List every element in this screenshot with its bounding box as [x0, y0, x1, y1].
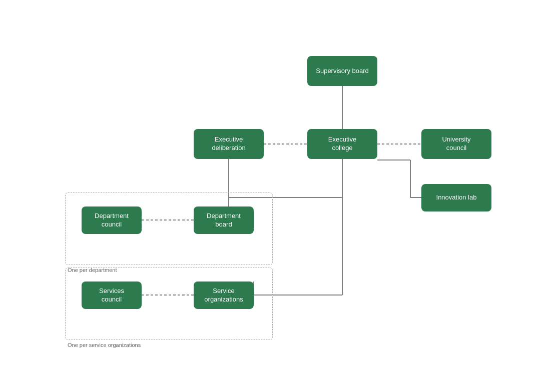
supervisory-board-node: Supervisory board	[307, 56, 377, 86]
department-board-node: Departmentboard	[194, 206, 254, 234]
executive-deliberation-node: Executivedeliberation	[194, 129, 264, 159]
innovation-lab-node: Innovation lab	[421, 184, 491, 212]
service-group-label: One per service organizations	[68, 342, 141, 348]
service-organizations-node: Serviceorganizations	[194, 282, 254, 309]
org-chart: One per department One per service organ…	[0, 0, 557, 392]
executive-college-node: Executivecollege	[307, 129, 377, 159]
university-council-node: Universitycouncil	[421, 129, 491, 159]
services-council-node: Servicescouncil	[82, 282, 142, 309]
department-council-node: Departmentcouncil	[82, 206, 142, 234]
